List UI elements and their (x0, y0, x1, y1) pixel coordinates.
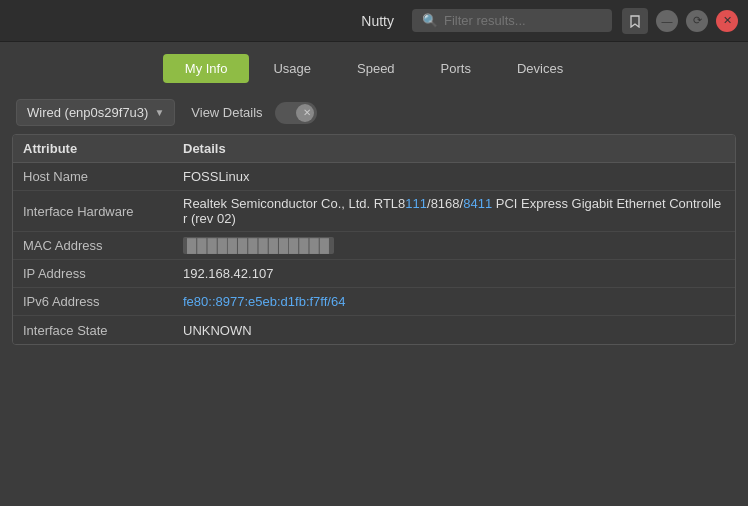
maximize-button[interactable]: ⟳ (686, 10, 708, 32)
view-details-toggle[interactable]: ✕ (275, 102, 317, 124)
toggle-x-icon: ✕ (303, 107, 311, 118)
mac-value: ██████████████ (183, 237, 334, 254)
table-header: Attribute Details (13, 135, 735, 163)
table-row: MAC Address ██████████████ (13, 232, 735, 260)
attr-ipv6: IPv6 Address (23, 294, 183, 309)
search-icon: 🔍 (422, 13, 438, 28)
detail-interface-hw: Realtek Semiconductor Co., Ltd. RTL8111/… (183, 196, 725, 226)
table-row: Interface State UNKNOWN (13, 316, 735, 344)
detail-mac: ██████████████ (183, 238, 725, 253)
app-title: Nutty (361, 13, 394, 29)
attributes-table: Attribute Details Host Name FOSSLinux In… (12, 134, 736, 345)
table-row: IPv6 Address fe80::8977:e5eb:d1fb:f7ff/6… (13, 288, 735, 316)
detail-ip: 192.168.42.107 (183, 266, 725, 281)
detail-state: UNKNOWN (183, 323, 725, 338)
network-dropdown[interactable]: Wired (enp0s29f7u3) ▼ (16, 99, 175, 126)
tab-ports[interactable]: Ports (419, 54, 493, 83)
attr-ip: IP Address (23, 266, 183, 281)
detail-hostname: FOSSLinux (183, 169, 725, 184)
table-row: Interface Hardware Realtek Semiconductor… (13, 191, 735, 232)
search-input[interactable] (444, 13, 594, 28)
search-bar: 🔍 (412, 9, 612, 32)
tab-devices[interactable]: Devices (495, 54, 585, 83)
attr-state: Interface State (23, 323, 183, 338)
col-details-header: Details (183, 141, 725, 156)
tab-speed[interactable]: Speed (335, 54, 417, 83)
attr-interface-hw: Interface Hardware (23, 204, 183, 219)
table-body: Host Name FOSSLinux Interface Hardware R… (13, 163, 735, 344)
close-button[interactable]: ✕ (716, 10, 738, 32)
col-attribute-header: Attribute (23, 141, 183, 156)
titlebar-right: — ⟳ ✕ (622, 8, 738, 34)
tab-usage[interactable]: Usage (251, 54, 333, 83)
minimize-button[interactable]: — (656, 10, 678, 32)
attr-hostname: Host Name (23, 169, 183, 184)
controls-row: Wired (enp0s29f7u3) ▼ View Details ✕ (0, 91, 748, 134)
chevron-down-icon: ▼ (154, 107, 164, 118)
bookmark-icon[interactable] (622, 8, 648, 34)
tab-my-info[interactable]: My Info (163, 54, 250, 83)
detail-ipv6: fe80::8977:e5eb:d1fb:f7ff/64 (183, 294, 725, 309)
tabs-bar: My Info Usage Speed Ports Devices (0, 42, 748, 91)
titlebar-center: Nutty 🔍 (361, 9, 612, 32)
table-row: IP Address 192.168.42.107 (13, 260, 735, 288)
table-row: Host Name FOSSLinux (13, 163, 735, 191)
attr-mac: MAC Address (23, 238, 183, 253)
network-label: Wired (enp0s29f7u3) (27, 105, 148, 120)
view-details-label: View Details (191, 105, 262, 120)
titlebar: Nutty 🔍 — ⟳ ✕ (0, 0, 748, 42)
